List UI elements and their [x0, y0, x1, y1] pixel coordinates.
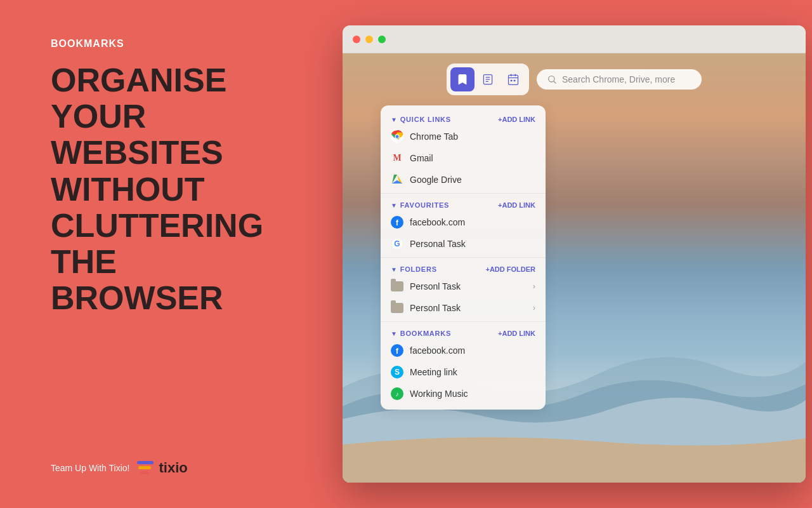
folder-item-1[interactable]: Personl Task › — [381, 276, 546, 297]
quick-links-chevron: ▼ — [391, 116, 398, 123]
favourites-add-btn[interactable]: +ADD LINK — [498, 201, 535, 209]
notes-tab-btn[interactable] — [476, 67, 500, 91]
chrome-tab-item[interactable]: Chrome Tab — [381, 126, 546, 147]
folders-add-btn[interactable]: +ADD FOLDER — [485, 265, 535, 273]
svg-text:G: G — [394, 239, 400, 248]
svg-rect-11 — [511, 80, 513, 81]
bookmarks-facebook-icon: f — [391, 344, 403, 357]
folder-item-2-label: Personl Task — [410, 303, 461, 313]
heading-line1: ORGANISE — [51, 62, 226, 98]
traffic-light-yellow[interactable] — [365, 36, 373, 43]
title-bar — [343, 25, 806, 53]
left-panel: BOOKMARKS ORGANISE YOUR WEBSITES WITHOUT… — [0, 0, 330, 508]
tixio-logo: tixio — [137, 460, 187, 476]
svg-rect-7 — [509, 75, 518, 84]
folder-item-2-chevron: › — [533, 304, 535, 312]
bookmarks-chevron: ▼ — [391, 330, 398, 337]
toolbar: Search Chrome, Drive, more — [343, 53, 806, 105]
bookmarks-section-header: ▼ BOOKMARKS +ADD LINK — [381, 324, 546, 340]
heading-line5: BROWSER — [51, 279, 223, 316]
bookmarks-section-title: ▼ BOOKMARKS — [391, 330, 451, 337]
drive-icon — [391, 173, 403, 186]
divider-2 — [381, 257, 546, 258]
working-music-item[interactable]: ♪ Working Music — [381, 383, 546, 404]
folder-item-1-chevron: › — [533, 282, 535, 291]
personal-task-item[interactable]: G Personal Task — [381, 233, 546, 255]
svg-rect-12 — [514, 80, 516, 81]
google-drive-item[interactable]: Google Drive — [381, 169, 546, 190]
skype-icon: S — [391, 366, 403, 378]
folder-item-2[interactable]: Personl Task › — [381, 297, 546, 319]
svg-point-17 — [396, 135, 399, 138]
bookmarks-facebook-item[interactable]: f facebook.com — [381, 340, 546, 361]
right-panel: Search Chrome, Drive, more ▼ QUICK LINKS… — [330, 0, 812, 508]
favourites-header: ▼ FAVOURITES +ADD LINK — [381, 196, 546, 211]
heading-line3: WITHOUT — [51, 171, 205, 208]
bookmarks-facebook-label: facebook.com — [410, 345, 465, 356]
google-drive-label: Google Drive — [410, 175, 462, 185]
favourites-facebook-label: facebook.com — [410, 217, 465, 227]
folders-header: ▼ FOLDERS +ADD FOLDER — [381, 260, 546, 276]
calendar-tab-btn[interactable] — [501, 67, 525, 91]
toolbar-icons — [447, 64, 529, 95]
working-music-label: Working Music — [410, 389, 468, 399]
spotify-icon: ♪ — [391, 387, 403, 400]
folder-icon-2 — [391, 302, 403, 314]
divider-1 — [381, 193, 546, 194]
dropdown-panel: ▼ QUICK LINKS +ADD LINK — [381, 105, 546, 410]
bookmarks-add-btn[interactable]: +ADD LINK — [498, 330, 535, 337]
main-heading: ORGANISE YOUR WEBSITES WITHOUT CLUTTERIN… — [51, 62, 292, 316]
svg-rect-1 — [138, 466, 151, 469]
divider-3 — [381, 321, 546, 322]
folder-item-1-left: Personl Task — [391, 280, 461, 293]
heading-line4: CLUTTERING THE — [51, 207, 263, 280]
traffic-light-green[interactable] — [378, 36, 386, 43]
gmail-item[interactable]: M Gmail — [381, 147, 546, 169]
folders-chevron: ▼ — [391, 266, 398, 273]
svg-line-14 — [554, 81, 556, 83]
folder-item-2-left: Personl Task — [391, 302, 461, 314]
favourites-facebook-item[interactable]: f facebook.com — [381, 211, 546, 233]
chrome-icon — [391, 130, 403, 143]
quick-links-title: ▼ QUICK LINKS — [391, 116, 451, 123]
search-icon — [547, 74, 557, 84]
browser-content: Search Chrome, Drive, more ▼ QUICK LINKS… — [343, 53, 806, 483]
folders-title: ▼ FOLDERS — [391, 265, 437, 273]
tixio-brand-name: tixio — [159, 460, 187, 476]
meeting-link-label: Meeting link — [410, 367, 457, 377]
favourites-title: ▼ FAVOURITES — [391, 201, 449, 209]
google-icon: G — [391, 237, 403, 250]
bookmarks-tab-btn[interactable] — [450, 67, 475, 91]
tixio-icon — [137, 461, 155, 475]
search-input-placeholder: Search Chrome, Drive, more — [562, 74, 675, 84]
gmail-icon: M — [391, 152, 403, 164]
gmail-label: Gmail — [410, 153, 433, 163]
facebook-icon: f — [391, 216, 403, 229]
meeting-link-item[interactable]: S Meeting link — [381, 361, 546, 383]
folder-item-1-label: Personl Task — [410, 281, 461, 291]
personal-task-label: Personal Task — [410, 239, 466, 249]
search-bar[interactable]: Search Chrome, Drive, more — [537, 69, 702, 90]
footer-tagline: Team Up With Tixio! — [51, 463, 129, 473]
folder-icon-1 — [391, 280, 403, 293]
heading-line2: YOUR WEBSITES — [51, 98, 223, 171]
left-content: BOOKMARKS ORGANISE YOUR WEBSITES WITHOUT… — [51, 38, 292, 316]
footer-branding: Team Up With Tixio! tixio — [51, 460, 292, 476]
quick-links-add-btn[interactable]: +ADD LINK — [498, 116, 535, 123]
favourites-chevron: ▼ — [391, 202, 398, 209]
chrome-tab-label: Chrome Tab — [410, 131, 458, 142]
svg-rect-2 — [140, 471, 148, 474]
bookmarks-label: BOOKMARKS — [51, 38, 292, 50]
svg-rect-0 — [137, 461, 154, 464]
browser-window: Search Chrome, Drive, more ▼ QUICK LINKS… — [343, 25, 806, 483]
quick-links-header: ▼ QUICK LINKS +ADD LINK — [381, 110, 546, 126]
traffic-light-red[interactable] — [353, 36, 360, 43]
